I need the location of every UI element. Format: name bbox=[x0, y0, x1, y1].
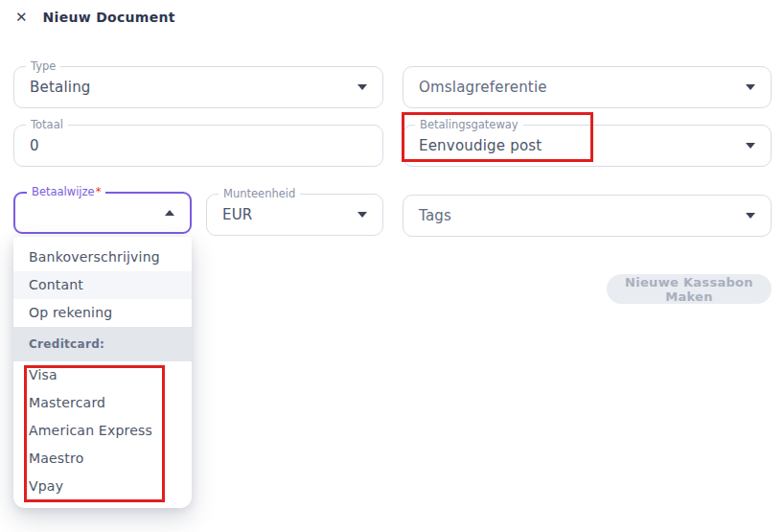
option-american-express[interactable]: American Express bbox=[13, 417, 192, 445]
option-contant[interactable]: Contant bbox=[13, 271, 192, 299]
chevron-down-icon bbox=[357, 84, 367, 90]
chevron-down-icon bbox=[746, 213, 755, 219]
required-asterisk: * bbox=[96, 185, 102, 198]
betalingsgateway-value: Eenvoudige post bbox=[419, 126, 542, 166]
betaalwijze-dropdown-panel: Bankoverschrijving Contant Op rekening C… bbox=[13, 237, 192, 508]
dialog-title: Nieuw Document bbox=[43, 10, 175, 25]
type-value: Betaling bbox=[30, 67, 91, 107]
chevron-up-icon bbox=[165, 210, 174, 216]
option-visa[interactable]: Visa bbox=[13, 361, 192, 389]
chevron-down-icon bbox=[746, 143, 755, 149]
close-icon[interactable]: ✕ bbox=[15, 8, 28, 27]
tags-placeholder: Tags bbox=[419, 196, 451, 236]
omslagreferentie-select[interactable]: Omslagreferentie bbox=[403, 66, 772, 108]
chevron-down-icon bbox=[357, 212, 367, 218]
nieuwe-kassabon-maken-button[interactable]: Nieuwe Kassabon Maken bbox=[607, 274, 772, 304]
betaalwijze-label: Betaalwijze* bbox=[27, 185, 105, 199]
betalingsgateway-select[interactable]: Betalingsgateway Eenvoudige post bbox=[403, 125, 772, 167]
totaal-input[interactable]: Totaal 0 bbox=[13, 125, 383, 167]
option-vpay[interactable]: Vpay bbox=[13, 473, 192, 500]
type-select[interactable]: Type Betaling bbox=[13, 66, 383, 108]
option-maestro[interactable]: Maestro bbox=[13, 445, 192, 473]
betaalwijze-select[interactable]: Betaalwijze* bbox=[13, 192, 192, 234]
chevron-down-icon bbox=[746, 84, 755, 90]
group-header-creditcard: Creditcard: bbox=[13, 327, 192, 361]
totaal-value: 0 bbox=[30, 126, 39, 166]
option-mastercard[interactable]: Mastercard bbox=[13, 389, 192, 417]
munteenheid-select[interactable]: Munteenheid EUR bbox=[206, 194, 383, 236]
tags-select[interactable]: Tags bbox=[403, 195, 772, 237]
munteenheid-value: EUR bbox=[222, 195, 252, 235]
dialog-header: ✕ Nieuw Document bbox=[15, 8, 175, 27]
option-op-rekening[interactable]: Op rekening bbox=[13, 299, 192, 327]
option-bankoverschrijving[interactable]: Bankoverschrijving bbox=[13, 243, 192, 271]
omslagreferentie-placeholder: Omslagreferentie bbox=[419, 67, 547, 107]
